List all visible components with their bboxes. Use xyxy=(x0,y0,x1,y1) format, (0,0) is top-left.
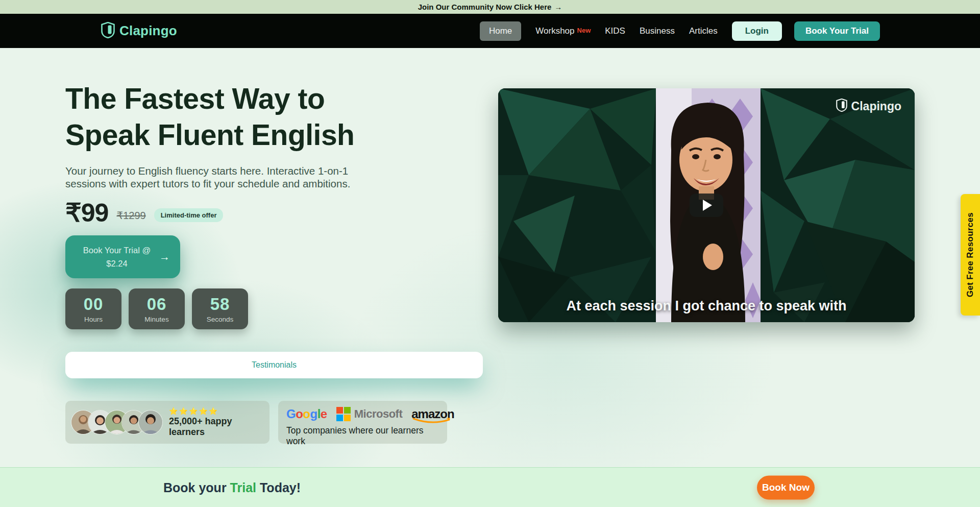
bottom-cta-bar: Book your Trial Today! Book Now xyxy=(0,467,980,507)
learners-info: ⭐⭐⭐⭐⭐ 25,000+ happy learners xyxy=(169,407,270,438)
book-trial-cta-button[interactable]: Book Your Trial @ $2.24 → xyxy=(65,235,180,278)
brand-name: Clapingo xyxy=(119,23,177,39)
cta-line2: $2.24 xyxy=(106,259,127,268)
seconds-label: Seconds xyxy=(207,316,234,323)
testimonials-tab[interactable]: Testimonials xyxy=(65,352,483,378)
arrow-right-icon: → xyxy=(159,251,170,263)
shield-icon xyxy=(836,99,847,114)
brand-logo[interactable]: Clapingo xyxy=(101,22,177,40)
hours-label: Hours xyxy=(84,316,103,323)
top-companies-card: Google Microsoft amazon Top companies wh… xyxy=(278,401,447,444)
bottom-text-before: Book your xyxy=(163,480,230,494)
countdown-minutes: 06 Minutes xyxy=(129,288,185,329)
current-price: ₹99 xyxy=(65,198,108,228)
company-logos: Google Microsoft amazon xyxy=(286,407,439,421)
cta-label: Book Your Trial @ $2.24 xyxy=(80,244,154,270)
hero-title-line2: Speak Fluent English xyxy=(65,118,354,151)
cta-line1: Book Your Trial @ xyxy=(83,246,151,255)
hero-subtitle: Your journey to English fluency starts h… xyxy=(65,164,382,190)
avatar xyxy=(139,411,162,434)
amazon-logo: amazon xyxy=(411,407,454,421)
play-button[interactable] xyxy=(690,194,723,217)
login-button[interactable]: Login xyxy=(732,21,782,41)
microsoft-logo: Microsoft xyxy=(336,407,403,421)
nav-item-kids[interactable]: KIDS xyxy=(605,26,625,36)
new-badge: New xyxy=(577,27,591,34)
microsoft-wordmark: Microsoft xyxy=(354,407,403,421)
nav-item-home[interactable]: Home xyxy=(480,21,521,41)
price-row: ₹99 ₹1299 Limited-time offer xyxy=(65,198,223,228)
nav-book-trial-button[interactable]: Book Your Trial xyxy=(794,21,880,41)
play-icon xyxy=(703,200,712,211)
nav-links: Home WorkshopNew KIDS Business Articles … xyxy=(480,21,880,41)
nav-item-workshop-label: Workshop xyxy=(535,26,574,36)
nav-item-workshop[interactable]: WorkshopNew xyxy=(535,26,591,36)
minutes-value: 06 xyxy=(147,295,167,314)
hero-title: The Fastest Way to Speak Fluent English xyxy=(65,81,433,153)
video-brand-name: Clapingo xyxy=(851,100,901,113)
free-resources-tab[interactable]: Get Free Resources xyxy=(961,194,980,316)
offer-badge: Limited-time offer xyxy=(154,208,224,222)
minutes-label: Minutes xyxy=(144,316,168,323)
seconds-value: 58 xyxy=(210,295,230,314)
hours-value: 00 xyxy=(84,295,104,314)
old-price: ₹1299 xyxy=(116,209,145,222)
nav-item-articles[interactable]: Articles xyxy=(689,26,718,36)
nav-item-business[interactable]: Business xyxy=(640,26,675,36)
companies-caption: Top companies where our learners work xyxy=(286,425,439,447)
countdown-seconds: 58 Seconds xyxy=(192,288,248,329)
shield-icon xyxy=(101,22,115,40)
book-now-button[interactable]: Book Now xyxy=(757,475,815,499)
amazon-smile-icon xyxy=(412,417,452,424)
community-banner-text: Join Our Community Now Click Here xyxy=(418,3,552,11)
countdown-hours: 00 Hours xyxy=(65,288,121,329)
community-banner[interactable]: Join Our Community Now Click Here → xyxy=(0,0,980,14)
free-resources-label: Get Free Resources xyxy=(965,212,975,297)
countdown-timer: 00 Hours 06 Minutes 58 Seconds xyxy=(65,288,248,329)
microsoft-squares-icon xyxy=(336,407,351,421)
google-logo: Google xyxy=(286,407,327,421)
navbar: Clapingo Home WorkshopNew KIDS Business … xyxy=(0,14,980,48)
bottom-text-highlight: Trial xyxy=(230,480,256,494)
video-player[interactable]: Clapingo At each session I got chance to… xyxy=(498,88,915,322)
video-watermark: Clapingo xyxy=(836,99,901,114)
testimonials-label: Testimonials xyxy=(252,360,297,370)
learner-avatars xyxy=(71,411,156,434)
arrow-right-icon: → xyxy=(554,3,562,11)
star-rating: ⭐⭐⭐⭐⭐ xyxy=(169,407,270,415)
bottom-text-after: Today! xyxy=(256,480,301,494)
learners-count: 25,000+ happy learners xyxy=(169,416,270,438)
happy-learners-card: ⭐⭐⭐⭐⭐ 25,000+ happy learners xyxy=(65,401,270,444)
hero-title-line1: The Fastest Way to xyxy=(65,82,325,115)
video-caption: At each session I got chance to speak wi… xyxy=(498,298,915,314)
bottom-cta-text: Book your Trial Today! xyxy=(163,480,301,495)
